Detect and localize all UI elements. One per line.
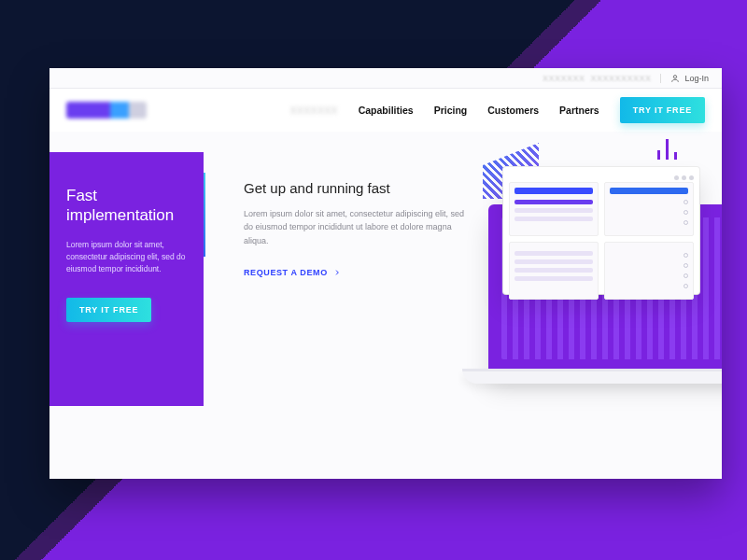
hero-body: Lorem ipsum dolor sit amet, consectetur … bbox=[244, 207, 468, 247]
login-label: Log-In bbox=[684, 74, 709, 83]
hero-illustration bbox=[442, 139, 722, 419]
hero-section: Fast implementation Lorem ipsum dolor si… bbox=[49, 152, 722, 479]
hero-copy: Get up and running fast Lorem ipsum dolo… bbox=[244, 180, 468, 277]
masked-nav-item: XXXXXXX bbox=[290, 105, 338, 116]
chart-bars-icon bbox=[657, 139, 677, 160]
panel-cell bbox=[509, 182, 599, 236]
request-demo-link[interactable]: REQUEST A DEMO bbox=[244, 268, 468, 277]
feature-body: Lorem ipsum dolor sit amet, consectetur … bbox=[66, 239, 187, 276]
panel-window-controls bbox=[509, 173, 694, 182]
panel-cell bbox=[509, 242, 599, 300]
nav-customers[interactable]: Customers bbox=[487, 105, 539, 116]
nav-right: XXXXXXX Capabilities Pricing Customers P… bbox=[290, 97, 705, 123]
laptop-base bbox=[462, 369, 722, 384]
login-link[interactable]: Log-In bbox=[670, 74, 709, 83]
dashboard-panel bbox=[503, 167, 699, 294]
feature-title: Fast implementation bbox=[66, 186, 187, 226]
divider bbox=[660, 74, 661, 83]
chevron-right-icon bbox=[333, 269, 341, 276]
hero-title: Get up and running fast bbox=[244, 180, 468, 196]
feature-card: Fast implementation Lorem ipsum dolor si… bbox=[49, 152, 204, 406]
user-icon bbox=[670, 74, 680, 83]
brand-logo[interactable] bbox=[66, 102, 147, 119]
nav-capabilities[interactable]: Capabilities bbox=[359, 105, 414, 116]
masked-utility-text: XXXXXXX XXXXXXXXXX bbox=[543, 74, 652, 83]
landing-window: XXXXXXX XXXXXXXXXX Log-In XXXXXXX Capabi… bbox=[49, 68, 722, 479]
utility-bar: XXXXXXX XXXXXXXXXX Log-In bbox=[49, 68, 722, 89]
main-nav: XXXXXXX Capabilities Pricing Customers P… bbox=[49, 89, 722, 132]
request-demo-label: REQUEST A DEMO bbox=[244, 268, 328, 277]
panel-cell bbox=[604, 242, 694, 300]
nav-pricing[interactable]: Pricing bbox=[434, 105, 468, 116]
feature-cta-button[interactable]: TRY IT FREE bbox=[66, 298, 151, 322]
panel-cell bbox=[604, 182, 694, 236]
nav-cta-button[interactable]: TRY IT FREE bbox=[620, 97, 705, 123]
nav-partners[interactable]: Partners bbox=[559, 105, 599, 116]
